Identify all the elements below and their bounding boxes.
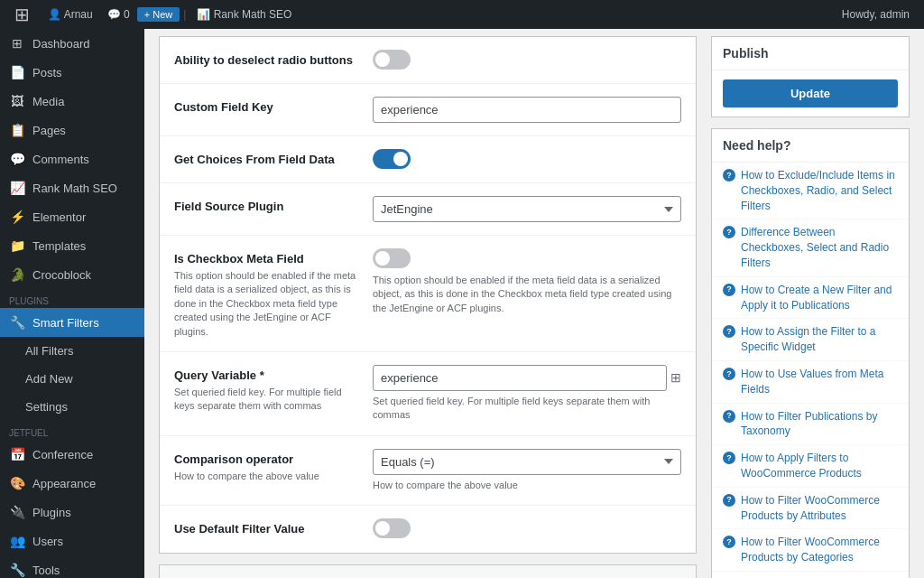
sidebar-item-elementor[interactable]: ⚡ Elementor bbox=[0, 202, 144, 231]
help-icon-8: ? bbox=[723, 536, 735, 548]
admin-bar-comments[interactable]: 💬 0 bbox=[100, 8, 137, 21]
admin-bar: ⊞ 👤 Arnau 💬 0 + New | 📊 Rank Math SEO Ho… bbox=[0, 0, 924, 29]
form-row-query-variable: Query Variable * Set queried field key. … bbox=[160, 352, 696, 436]
help-link-3[interactable]: ? How to Assign the Filter to a Specific… bbox=[712, 319, 909, 361]
main-form: Ability to deselect radio buttons Cus bbox=[159, 36, 697, 554]
sidebar-item-plugins[interactable]: 🔌 Plugins bbox=[0, 498, 144, 527]
desc-comparison-inline: How to compare the above value bbox=[373, 479, 681, 492]
jetfuel-label: JETFUEL bbox=[0, 421, 144, 440]
help-link-text-2: How to Create a New Filter and Apply it … bbox=[741, 283, 898, 313]
help-link-4[interactable]: ? How to Use Values from Meta Fields bbox=[712, 361, 909, 404]
media-icon: 🖼 bbox=[9, 94, 25, 108]
templates-icon: 📁 bbox=[9, 238, 25, 253]
form-row-custom-field-key: Custom Field Key bbox=[160, 84, 696, 136]
appearance-icon: 🎨 bbox=[9, 476, 25, 490]
sidebar-item-posts[interactable]: 📄 Posts bbox=[0, 58, 144, 87]
sidebar-item-all-filters[interactable]: All Filters bbox=[0, 337, 144, 365]
input-custom-field-key[interactable] bbox=[373, 97, 681, 123]
sidebar-item-add-new[interactable]: Add New bbox=[0, 365, 144, 393]
wp-logo[interactable]: ⊞ bbox=[7, 4, 37, 25]
help-link-text-3: How to Assign the Filter to a Specific W… bbox=[741, 324, 898, 355]
admin-bar-howdy[interactable]: Howdy, admin bbox=[835, 8, 917, 21]
sidebar-item-pages[interactable]: 📋 Pages bbox=[0, 116, 144, 144]
help-link-5[interactable]: ? How to Filter Publications by Taxonomy bbox=[712, 404, 909, 446]
sidebar-item-tools[interactable]: 🔧 Tools bbox=[0, 555, 144, 578]
help-link-text-1: Difference Between Checkboxes, Select an… bbox=[741, 225, 898, 270]
help-link-7[interactable]: ? How to Filter WooCommerce Products by … bbox=[712, 488, 909, 530]
sidebar-label-crocoblock: Crocoblock bbox=[32, 268, 91, 282]
pages-icon: 📋 bbox=[9, 123, 25, 137]
toggle-default-filter-slider bbox=[373, 518, 411, 538]
desc-query-variable: Set queried field key. For multiple fiel… bbox=[174, 386, 358, 414]
posts-icon: 📄 bbox=[9, 65, 25, 79]
sidebar-label-all-filters: All Filters bbox=[25, 344, 73, 358]
help-link-2[interactable]: ? How to Create a New Filter and Apply i… bbox=[712, 277, 909, 320]
toggle-get-choices-slider bbox=[373, 149, 411, 169]
sidebar-item-users[interactable]: 👥 Users bbox=[0, 527, 144, 555]
help-icon-7: ? bbox=[723, 494, 735, 507]
control-ability-deselect bbox=[373, 50, 681, 70]
help-link-text-7: How to Filter WooCommerce Products by At… bbox=[741, 493, 898, 524]
form-row-comparison: Comparison operator How to compare the a… bbox=[160, 436, 696, 506]
select-comparison[interactable]: Equals (=) Not Equals (!=) Greater Than … bbox=[373, 449, 681, 475]
main-content: Ability to deselect radio buttons Cus bbox=[144, 29, 924, 578]
query-var-icon[interactable]: ⊞ bbox=[670, 370, 681, 385]
form-label-col-is-checkbox: Is Checkbox Meta Field This option shoul… bbox=[174, 248, 373, 339]
filter-labels-header: Filter Labels bbox=[160, 565, 696, 578]
form-label-col-query-variable: Query Variable * Set queried field key. … bbox=[174, 365, 373, 414]
form-label-col-ability: Ability to deselect radio buttons bbox=[174, 50, 373, 67]
control-query-variable: ⊞ Set queried field key. For multiple fi… bbox=[373, 365, 681, 423]
toggle-ability-deselect[interactable] bbox=[373, 50, 411, 70]
toggle-is-checkbox-slider bbox=[373, 248, 411, 268]
update-button[interactable]: Update bbox=[723, 79, 898, 107]
sidebar-item-dashboard[interactable]: ⊞ Dashboard bbox=[0, 29, 144, 58]
sidebar-label-elementor: Elementor bbox=[32, 210, 86, 224]
help-link-1[interactable]: ? Difference Between Checkboxes, Select … bbox=[712, 219, 909, 276]
right-sidebar: Publish Update Need help? ? How to Exclu… bbox=[711, 36, 910, 578]
sidebar-item-conference[interactable]: 📅 Conference bbox=[0, 440, 144, 469]
sidebar-item-settings[interactable]: Settings bbox=[0, 393, 144, 421]
help-link-0[interactable]: ? How to Exclude/Include Items in Checkb… bbox=[712, 163, 909, 219]
sidebar-item-smart-filters[interactable]: 🔧 Smart Filters bbox=[0, 308, 144, 337]
help-icon-4: ? bbox=[723, 368, 735, 380]
content-area: Ability to deselect radio buttons Cus bbox=[144, 29, 924, 578]
sidebar-item-crocoblock[interactable]: 🐊 Crocoblock bbox=[0, 260, 144, 289]
admin-bar-sep: | bbox=[183, 8, 186, 21]
input-query-variable[interactable] bbox=[373, 365, 667, 391]
plugins-section-label: PLUGINS bbox=[0, 289, 144, 308]
help-link-8[interactable]: ? How to Filter WooCommerce Products by … bbox=[712, 529, 909, 572]
control-get-choices bbox=[373, 149, 681, 169]
toggle-is-checkbox[interactable] bbox=[373, 248, 411, 268]
help-link-9[interactable]: ? How to Filter the Related Post Items bbox=[712, 572, 909, 578]
help-link-text-6: How to Apply Filters to WooCommerce Prod… bbox=[741, 451, 898, 481]
form-label-col-comparison: Comparison operator How to compare the a… bbox=[174, 449, 373, 483]
form-label-col-default-filter: Use Default Filter Value bbox=[174, 518, 373, 536]
desc-is-checkbox: This option should be enabled if the met… bbox=[174, 269, 358, 339]
sidebar-label-smart-filters: Smart Filters bbox=[32, 316, 99, 330]
help-icon-3: ? bbox=[723, 325, 735, 338]
sidebar-item-comments[interactable]: 💬 Comments bbox=[0, 144, 144, 173]
help-icon-0: ? bbox=[723, 169, 735, 182]
desc-comparison: How to compare the above value bbox=[174, 470, 358, 483]
label-default-filter: Use Default Filter Value bbox=[174, 522, 358, 536]
sidebar-item-rankmath[interactable]: 📈 Rank Math SEO bbox=[0, 173, 144, 202]
sidebar-label-appearance: Appearance bbox=[32, 477, 96, 490]
form-row-field-source: Field Source Plugin JetEngine ACF Custom bbox=[160, 183, 696, 236]
help-link-6[interactable]: ? How to Apply Filters to WooCommerce Pr… bbox=[712, 445, 909, 488]
publish-body: Update bbox=[712, 70, 909, 117]
query-var-wrap: ⊞ bbox=[373, 365, 681, 391]
admin-bar-new[interactable]: + New bbox=[137, 7, 180, 22]
toggle-default-filter[interactable] bbox=[373, 518, 411, 538]
admin-bar-rankmath[interactable]: 📊 Rank Math SEO bbox=[189, 8, 299, 21]
form-row-ability-deselect: Ability to deselect radio buttons bbox=[160, 37, 696, 84]
sidebar-label-settings: Settings bbox=[25, 400, 68, 414]
sidebar-item-templates[interactable]: 📁 Templates bbox=[0, 231, 144, 260]
label-is-checkbox: Is Checkbox Meta Field bbox=[174, 252, 358, 266]
sidebar-item-media[interactable]: 🖼 Media bbox=[0, 87, 144, 116]
form-row-get-choices: Get Choices From Field Data bbox=[160, 136, 696, 183]
admin-bar-arnau[interactable]: 👤 Arnau bbox=[41, 8, 100, 21]
label-get-choices: Get Choices From Field Data bbox=[174, 153, 358, 166]
sidebar-item-appearance[interactable]: 🎨 Appearance bbox=[0, 469, 144, 498]
toggle-get-choices[interactable] bbox=[373, 149, 411, 169]
select-field-source[interactable]: JetEngine ACF Custom bbox=[373, 196, 681, 222]
